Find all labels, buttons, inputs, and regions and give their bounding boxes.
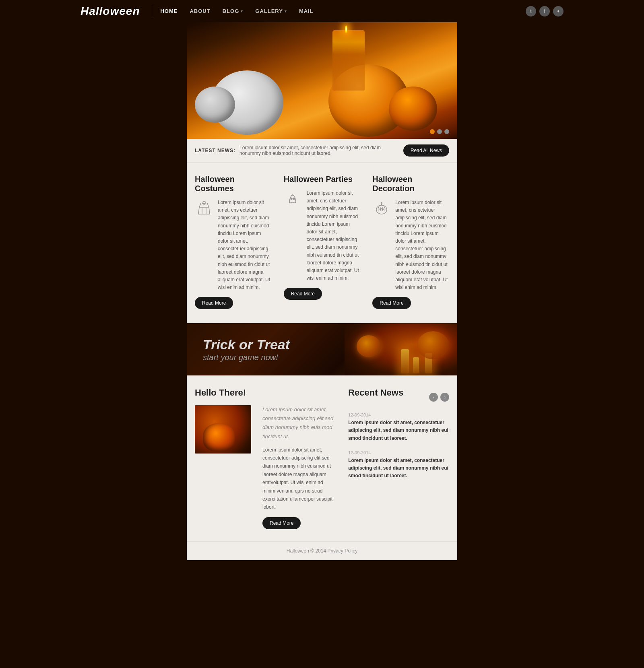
nav-home[interactable]: HOME: [160, 8, 178, 14]
hero-dot-1[interactable]: [430, 129, 435, 134]
recent-news-next-button[interactable]: ›: [440, 393, 449, 402]
hero-slider: [187, 22, 457, 139]
pumpkin-orange-small: [389, 87, 437, 131]
pumpkin-white-small: [195, 87, 235, 123]
trick-title: Trick or Treat: [203, 336, 290, 353]
pumpkin-banner2: [417, 331, 449, 359]
pumpkin-icon: [372, 199, 390, 217]
hello-body-text: Lorem ipsum dolor sit amet, consectetuer…: [262, 446, 336, 511]
features-section: Halloween Costumes Lorem ipsum dolor sit…: [187, 163, 457, 323]
site-logo[interactable]: Halloween: [80, 5, 140, 18]
nav-divider: [152, 4, 152, 18]
news-date-1: 12-09-2014: [348, 412, 449, 417]
hello-intro-text: Lorem ipsum dolor sit amet, consectetue …: [262, 405, 336, 441]
facebook-icon[interactable]: f: [539, 6, 550, 16]
svg-point-5: [382, 208, 383, 210]
feature-costumes-body: Lorem ipsum dolor sit amet, cns ectetuer…: [195, 199, 272, 291]
news-label: LATEST NEWS:: [195, 148, 235, 153]
news-excerpt-2: Lorem ipsum dolor sit amet, consectetuer…: [348, 457, 449, 480]
read-all-news-button[interactable]: Read All News: [403, 144, 449, 157]
trick-or-treat-banner: Trick or Treat start your game now!: [187, 323, 457, 375]
trick-text: Trick or Treat start your game now!: [203, 336, 290, 362]
pumpkin-banner: [357, 335, 381, 357]
hello-image: [195, 405, 251, 454]
recent-news-nav: ‹ ›: [429, 393, 449, 402]
rss-icon[interactable]: ✦: [553, 6, 564, 16]
candle: [332, 30, 365, 91]
blog-chevron-icon: ▾: [241, 9, 243, 13]
nav-blog[interactable]: BLOG ▾: [223, 8, 244, 14]
svg-point-1: [291, 198, 292, 200]
hello-read-more-button[interactable]: Read More: [262, 517, 301, 529]
footer: Halloween © 2014 Privacy Policy: [187, 541, 457, 560]
costume-icon: [195, 199, 213, 217]
candle-medium: [413, 357, 419, 373]
flame-icon: [345, 25, 347, 33]
news-bar: LATEST NEWS: Lorem ipsum dolor sit amet,…: [187, 139, 457, 163]
recent-news-title: Recent News: [348, 388, 403, 398]
content-wrapper: LATEST NEWS: Lorem ipsum dolor sit amet,…: [187, 139, 457, 323]
social-icons: t f ✦: [526, 6, 564, 16]
costumes-read-more-button[interactable]: Read More: [195, 297, 233, 309]
feature-decoration-body: Lorem ipsum dolor sit amet, cns ectetuer…: [372, 199, 449, 291]
hello-section: Hello There! Lorem ipsum dolor sit amet,…: [195, 388, 336, 529]
feature-decoration-text: Lorem ipsum dolor sit amet, cns ectetuer…: [395, 199, 449, 291]
hero-dot-2[interactable]: [437, 129, 442, 134]
main-nav: HOME ABOUT BLOG ▾ GALLERY ▾ MAIL: [160, 8, 526, 14]
news-item-1: 12-09-2014 Lorem ipsum dolor sit amet, c…: [348, 412, 449, 442]
feature-decoration: Halloween Decoration Lorem ipsum dolor s…: [372, 175, 449, 309]
decoration-read-more-button[interactable]: Read More: [372, 297, 411, 309]
feature-parties: Halloween Parties Lorem ipsum dolor sit …: [284, 175, 361, 309]
candle-background: [345, 323, 457, 375]
nav-mail[interactable]: MAIL: [299, 8, 314, 14]
bottom-section: Hello There! Lorem ipsum dolor sit amet,…: [187, 375, 457, 541]
feature-parties-body: Lorem ipsum dolor sit amet, cns ectetuer…: [284, 190, 361, 282]
candle-tall: [401, 349, 409, 373]
twitter-icon[interactable]: t: [526, 6, 536, 16]
feature-costumes: Halloween Costumes Lorem ipsum dolor sit…: [195, 175, 272, 309]
nav-about[interactable]: ABOUT: [190, 8, 210, 14]
gallery-chevron-icon: ▾: [285, 9, 287, 13]
trick-subtitle: start your game now!: [203, 353, 290, 362]
news-item-2: 12-09-2014 Lorem ipsum dolor sit amet, c…: [348, 450, 449, 480]
recent-title-row: Recent News ‹ ›: [348, 388, 449, 405]
svg-point-4: [380, 208, 381, 210]
header: Halloween HOME ABOUT BLOG ▾ GALLERY ▾ MA…: [0, 0, 644, 22]
feature-decoration-title: Halloween Decoration: [372, 175, 449, 193]
recent-news-prev-button[interactable]: ‹: [429, 393, 438, 402]
feature-costumes-text: Lorem ipsum dolor sit amet, cns ectetuer…: [218, 199, 272, 291]
privacy-policy-link[interactable]: Privacy Policy: [327, 548, 357, 554]
ghost-icon: [284, 190, 302, 208]
hello-title: Hello There!: [195, 388, 336, 398]
hero-dots: [430, 129, 449, 134]
news-excerpt-1: Lorem ipsum dolor sit amet, consectetuer…: [348, 419, 449, 442]
news-text: Lorem ipsum dolor sit amet, consectetuer…: [239, 145, 397, 156]
hero-dot-3[interactable]: [444, 129, 449, 134]
svg-point-2: [293, 198, 295, 200]
nav-gallery[interactable]: GALLERY ▾: [255, 8, 287, 14]
news-date-2: 12-09-2014: [348, 450, 449, 455]
recent-news-section: Recent News ‹ › 12-09-2014 Lorem ipsum d…: [348, 388, 449, 529]
feature-parties-text: Lorem ipsum dolor sit amet, cns ectetuer…: [307, 190, 361, 282]
feature-parties-title: Halloween Parties: [284, 175, 361, 184]
feature-costumes-title: Halloween Costumes: [195, 175, 272, 193]
hero-image: [187, 22, 457, 139]
parties-read-more-button[interactable]: Read More: [284, 288, 322, 300]
svg-point-0: [203, 201, 205, 204]
footer-text: Halloween © 2014: [287, 548, 326, 554]
